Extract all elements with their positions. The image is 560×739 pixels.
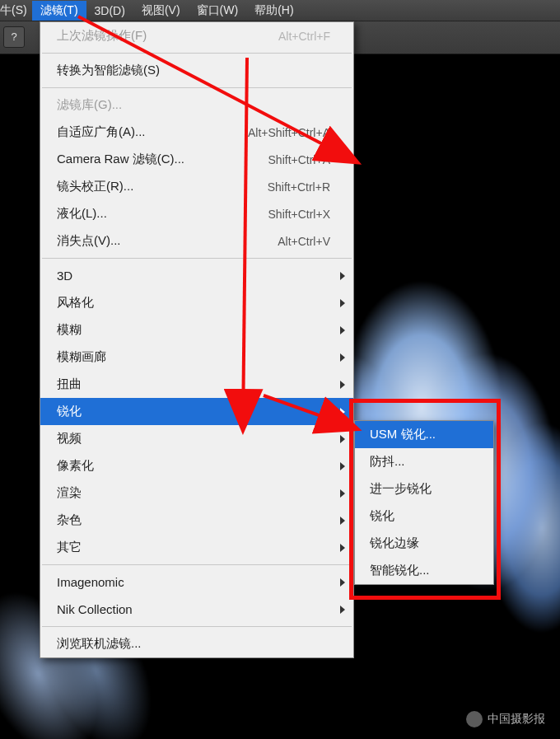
submenu-sharpen[interactable]: 锐化 — [355, 503, 493, 530]
menu-other[interactable]: 其它 — [40, 534, 353, 561]
submenu-sharpen-edges[interactable]: 锐化边缘 — [355, 530, 493, 557]
menu-item-label: 自适应广角(A)... — [57, 124, 146, 140]
menu-separator — [42, 53, 352, 54]
menu-bar: 牛(S) 滤镜(T) 3D(D) 视图(V) 窗口(W) 帮助(H) — [0, 0, 560, 21]
menu-separator — [42, 626, 352, 627]
menu-camera-raw[interactable]: Camera Raw 滤镜(C)... Shift+Ctrl+A — [40, 146, 353, 173]
menu-item-label: 浏览联机滤镜... — [57, 636, 142, 652]
menu-item-shortcut: Shift+Ctrl+R — [268, 180, 330, 194]
menu-filter-gallery[interactable]: 滤镜库(G)... — [40, 91, 353, 119]
menu-separator — [42, 258, 352, 259]
submenu-arrow-icon — [340, 408, 345, 416]
menu-item-label: 液化(L)... — [57, 206, 107, 222]
menu-item-label: 镜头校正(R)... — [57, 179, 133, 194]
submenu-sharpen-more[interactable]: 进一步锐化 — [355, 475, 493, 503]
menu-help[interactable]: 帮助(H) — [246, 1, 301, 21]
submenu-arrow-icon — [340, 381, 345, 389]
menu-separator — [42, 564, 352, 565]
submenu-arrow-icon — [340, 606, 345, 614]
submenu-shake-reduction[interactable]: 防抖... — [355, 448, 493, 475]
watermark-text: 中国摄影报 — [488, 712, 545, 727]
toolbar-button[interactable]: ? — [3, 26, 25, 48]
menu-vanishing-point[interactable]: 消失点(V)... Alt+Ctrl+V — [40, 227, 353, 255]
menu-item-shortcut: Shift+Ctrl+A — [268, 153, 330, 166]
menu-item-shortcut: Shift+Ctrl+X — [268, 208, 330, 221]
menu-partial: 牛(S) — [0, 1, 32, 21]
menu-pixelate[interactable]: 像素化 — [40, 452, 353, 479]
menu-item-shortcut: Alt+Ctrl+F — [278, 30, 330, 43]
menu-item-label: 3D — [57, 269, 72, 283]
menu-browse-online[interactable]: 浏览联机滤镜... — [40, 630, 353, 657]
menu-lens-correction[interactable]: 镜头校正(R)... Shift+Ctrl+R — [40, 173, 353, 200]
menu-item-label: 锐化边缘 — [370, 536, 419, 551]
submenu-usm-sharpen[interactable]: USM 锐化... — [355, 421, 493, 448]
submenu-arrow-icon — [340, 489, 345, 498]
menu-last-filter[interactable]: 上次滤镜操作(F) Alt+Ctrl+F — [40, 22, 353, 49]
menu-item-label: 模糊 — [57, 322, 82, 338]
submenu-arrow-icon — [340, 462, 345, 470]
menu-item-label: 模糊画廊 — [57, 349, 106, 365]
menu-imagenomic[interactable]: Imagenomic — [40, 568, 353, 596]
menu-item-label: 锐化 — [57, 404, 82, 419]
menu-adaptive-wide[interactable]: 自适应广角(A)... Alt+Shift+Ctrl+A — [40, 119, 353, 146]
menu-item-label: 上次滤镜操作(F) — [57, 28, 147, 44]
menu-noise[interactable]: 杂色 — [40, 507, 353, 534]
menu-stylize[interactable]: 风格化 — [40, 289, 353, 316]
menu-item-label: 扭曲 — [57, 377, 82, 392]
menu-sharpen[interactable]: 锐化 — [40, 398, 353, 425]
menu-3d-sub[interactable]: 3D — [40, 262, 353, 289]
menu-3d[interactable]: 3D(D) — [86, 2, 133, 20]
menu-item-label: Imagenomic — [57, 575, 124, 589]
submenu-arrow-icon — [340, 435, 345, 443]
menu-item-label: 风格化 — [57, 295, 94, 311]
watermark: 中国摄影报 — [466, 711, 545, 727]
menu-item-label: 杂色 — [57, 512, 82, 528]
menu-view[interactable]: 视图(V) — [133, 1, 189, 21]
submenu-arrow-icon — [340, 326, 345, 334]
submenu-arrow-icon — [340, 353, 345, 362]
menu-item-label: 其它 — [57, 540, 82, 555]
menu-liquify[interactable]: 液化(L)... Shift+Ctrl+X — [40, 200, 353, 227]
menu-item-label: 像素化 — [57, 458, 94, 474]
submenu-smart-sharpen[interactable]: 智能锐化... — [355, 557, 493, 584]
menu-item-label: 视频 — [57, 431, 82, 447]
submenu-arrow-icon — [340, 578, 345, 587]
menu-video[interactable]: 视频 — [40, 425, 353, 452]
menu-item-label: 消失点(V)... — [57, 233, 121, 249]
menu-item-shortcut: Alt+Ctrl+V — [278, 235, 330, 248]
menu-item-label: Nik Collection — [57, 602, 133, 616]
menu-item-label: 锐化 — [370, 508, 394, 524]
menu-item-label: 智能锐化... — [370, 563, 430, 578]
menu-item-label: USM 锐化... — [370, 427, 436, 442]
menu-blur-gallery[interactable]: 模糊画廊 — [40, 344, 353, 371]
sharpen-submenu: USM 锐化... 防抖... 进一步锐化 锐化 锐化边缘 智能锐化... — [354, 420, 494, 585]
menu-item-shortcut: Alt+Shift+Ctrl+A — [248, 126, 330, 139]
menu-render[interactable]: 渲染 — [40, 479, 353, 507]
submenu-arrow-icon — [340, 544, 345, 552]
menu-convert-smart[interactable]: 转换为智能滤镜(S) — [40, 57, 353, 84]
wechat-icon — [466, 711, 483, 727]
menu-blur[interactable]: 模糊 — [40, 316, 353, 344]
menu-item-label: Camera Raw 滤镜(C)... — [57, 152, 184, 167]
menu-item-label: 进一步锐化 — [370, 481, 432, 497]
filter-dropdown: 上次滤镜操作(F) Alt+Ctrl+F 转换为智能滤镜(S) 滤镜库(G)..… — [40, 21, 354, 658]
menu-item-label: 防抖... — [370, 454, 405, 470]
submenu-arrow-icon — [340, 517, 345, 525]
menu-item-label: 滤镜库(G)... — [57, 97, 122, 113]
submenu-arrow-icon — [340, 272, 345, 280]
submenu-arrow-icon — [340, 299, 345, 307]
menu-item-label: 渲染 — [57, 485, 82, 501]
menu-item-label: 转换为智能滤镜(S) — [57, 63, 160, 78]
menu-distort[interactable]: 扭曲 — [40, 371, 353, 398]
menu-filter[interactable]: 滤镜(T) — [32, 1, 86, 21]
menu-separator — [42, 87, 352, 88]
menu-window[interactable]: 窗口(W) — [189, 1, 247, 21]
menu-nik-collection[interactable]: Nik Collection — [40, 596, 353, 623]
